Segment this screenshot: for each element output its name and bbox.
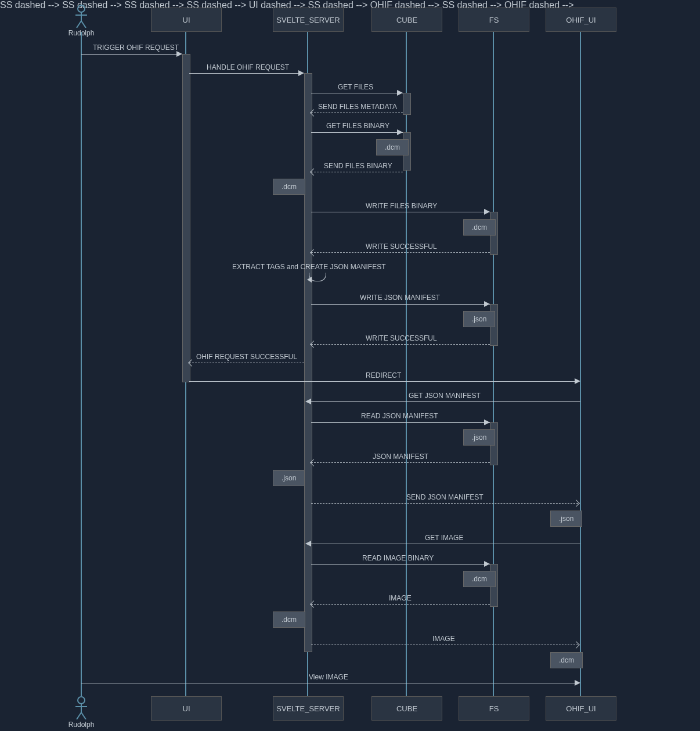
arrow	[311, 252, 490, 254]
arrow	[311, 212, 490, 212]
arrow	[311, 401, 580, 402]
svg-line-8	[77, 712, 81, 719]
arrow	[311, 462, 490, 464]
msg-get-files: GET FILES	[338, 83, 373, 91]
note-json-ohif: .json	[550, 511, 582, 527]
arrow	[81, 54, 180, 55]
lifeline-actor	[81, 32, 82, 696]
arrow-head	[484, 209, 490, 215]
arrow	[311, 113, 403, 114]
arrow	[189, 363, 304, 364]
msg-read-json-manifest: READ JSON MANIFEST	[361, 412, 438, 420]
arrow	[311, 422, 490, 423]
arrow-head	[575, 378, 580, 384]
msg-get-json-manifest: GET JSON MANIFEST	[409, 392, 481, 400]
note-json-fs-2: .json	[463, 429, 495, 446]
arrow-head	[575, 680, 580, 686]
msg-view-image: View IMAGE	[309, 673, 348, 681]
svg-line-4	[81, 21, 86, 28]
note-json-fs-1: .json	[463, 311, 495, 327]
arrow	[311, 344, 490, 345]
arrow-head	[298, 70, 304, 76]
participant-cube-bottom: CUBE	[371, 696, 442, 721]
lifeline-ohif-ui	[580, 32, 581, 696]
arrow	[311, 172, 403, 173]
activation-cube-1	[403, 93, 411, 115]
arrow-head	[305, 399, 311, 404]
msg-get-files-binary: GET FILES BINARY	[326, 122, 389, 130]
arrow-head	[397, 90, 403, 96]
msg-send-files-binary: SEND FILES BINARY	[324, 162, 392, 170]
participant-ohif-ui-bottom: OHIF_UI	[546, 696, 616, 721]
arrow-head	[305, 541, 311, 547]
arrow	[311, 544, 580, 544]
msg-trigger-ohif-request: TRIGGER OHIF REQUEST	[93, 44, 179, 52]
msg-ohif-request-successful: OHIF REQUEST SUCCESSFUL	[196, 353, 297, 361]
msg-write-json-manifest: WRITE JSON MANIFEST	[360, 294, 440, 302]
arrow-head	[397, 129, 403, 135]
note-dcm-fs-2: .dcm	[463, 571, 496, 587]
msg-json-manifest: JSON MANIFEST	[373, 453, 428, 461]
activation-svelte	[304, 73, 312, 652]
note-dcm-ohif: .dcm	[550, 652, 583, 668]
arrow	[189, 73, 303, 74]
svg-line-3	[77, 21, 81, 28]
note-dcm-fs-1: .dcm	[463, 219, 496, 236]
arrow-head	[176, 51, 182, 57]
arrow-head	[484, 561, 490, 567]
arrow	[311, 304, 490, 305]
arrow	[311, 503, 578, 504]
participant-fs-top: FS	[459, 8, 529, 32]
msg-extract-tags: EXTRACT TAGS and CREATE JSON MANIFEST	[232, 263, 386, 271]
participant-fs-bottom: FS	[459, 696, 529, 721]
svg-line-9	[81, 712, 86, 719]
svg-point-0	[78, 5, 85, 12]
msg-image-2: IMAGE	[432, 635, 455, 643]
arrow-head	[484, 419, 490, 425]
arrow-head	[572, 500, 580, 507]
arrow	[311, 93, 403, 93]
arrow	[311, 564, 490, 564]
arrow	[81, 683, 578, 683]
actor-rudolph-bottom: Rudolph	[64, 696, 99, 729]
actor-label: Rudolph	[64, 721, 99, 729]
activation-ui	[182, 54, 190, 382]
arrow	[311, 645, 578, 646]
arrow	[189, 381, 578, 382]
msg-redirect: REDIRECT	[366, 371, 401, 379]
self-loop-head	[307, 277, 312, 283]
participant-ui-top: UI	[151, 8, 222, 32]
note-dcm-svelte-1: .dcm	[273, 179, 305, 195]
msg-send-files-metadata: SEND FILES METADATA	[318, 103, 397, 111]
participant-ui-bottom: UI	[151, 696, 222, 721]
note-json-svelte: .json	[273, 470, 305, 486]
msg-write-successful-1: WRITE SUCCESSFUL	[366, 243, 437, 251]
participant-ohif-ui-top: OHIF_UI	[546, 8, 616, 32]
participant-svelte-server-top: SVELTE_SERVER	[273, 8, 344, 32]
svg-point-5	[78, 697, 85, 704]
participant-svelte-server-bottom: SVELTE_SERVER	[273, 696, 344, 721]
note-dcm-cube: .dcm	[376, 139, 409, 155]
participant-cube-top: CUBE	[371, 8, 442, 32]
arrow	[311, 604, 490, 605]
msg-handle-ohif-request: HANDLE OHIF REQUEST	[207, 63, 289, 71]
arrow-head	[484, 301, 490, 307]
msg-write-successful-2: WRITE SUCCESSFUL	[366, 334, 437, 342]
arrow	[311, 132, 403, 133]
sequence-diagram: Rudolph UI SVELTE_SERVER CUBE FS OHIF_UI…	[0, 0, 700, 731]
msg-get-image: GET IMAGE	[425, 534, 463, 542]
msg-send-json-manifest: SEND JSON MANIFEST	[406, 493, 483, 501]
arrow-head	[572, 641, 580, 649]
msg-write-files-binary: WRITE FILES BINARY	[366, 202, 437, 210]
note-dcm-svelte-2: .dcm	[273, 611, 305, 628]
msg-read-image-binary: READ IMAGE BINARY	[362, 554, 434, 562]
msg-image-1: IMAGE	[389, 594, 412, 602]
